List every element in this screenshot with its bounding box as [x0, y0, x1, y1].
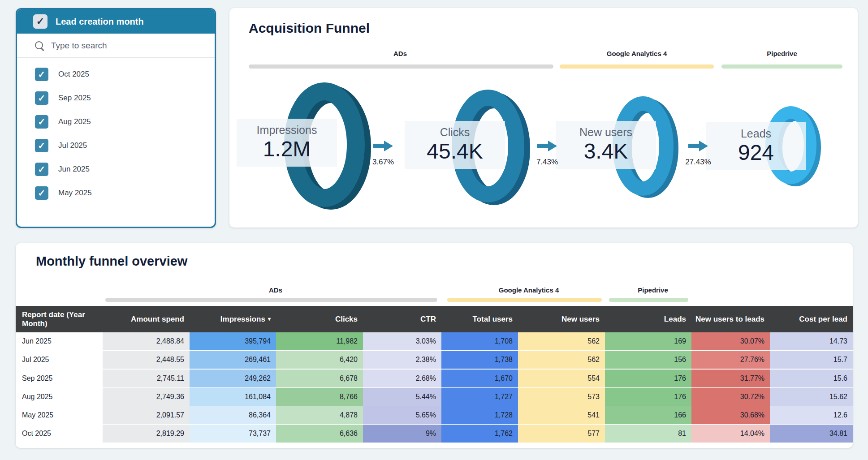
cell-new-users-to-leads: 30.07%	[691, 332, 770, 350]
search-icon	[35, 41, 44, 50]
filter-option-label: May 2025	[58, 189, 92, 198]
cell-ctr: 3.03%	[363, 332, 441, 350]
cell-impressions: 395,794	[190, 332, 276, 350]
cell-amount-spend: 2,091.57	[103, 406, 190, 424]
filter-header[interactable]: ✓ Lead creation month	[17, 9, 215, 34]
cell-cost-per-lead: 12.6	[770, 406, 853, 424]
cell-clicks: 11,982	[276, 332, 363, 350]
source-bar-ga4	[447, 298, 602, 302]
checkbox-checked[interactable]: ✓	[35, 163, 48, 176]
filter-options-list: ✓ Oct 2025 ✓ Sep 2025 ✓ Aug 2025 ✓ Jul 2…	[17, 58, 215, 205]
column-header-leads[interactable]: Leads	[605, 306, 691, 332]
cell-ctr: 2.38%	[363, 351, 441, 369]
cell-cost-per-lead: 14.73	[770, 332, 853, 350]
cell-new-users-to-leads: 30.68%	[691, 406, 770, 424]
cell-total-users: 1,708	[441, 332, 518, 350]
source-label-ga4: Google Analytics 4	[587, 50, 686, 57]
cell-total-users: 1,670	[441, 370, 518, 387]
filter-option-label: Aug 2025	[58, 117, 91, 126]
column-header-report-date[interactable]: Report date (Year Month)	[16, 306, 103, 332]
stage-name: Leads	[706, 127, 806, 140]
cell-report-date: Sep 2025	[16, 370, 103, 387]
cell-new-users-to-leads: 14.04%	[691, 425, 770, 443]
source-bar-ads	[249, 64, 553, 69]
cell-amount-spend: 2,749.36	[103, 388, 190, 406]
cell-leads: 166	[605, 406, 691, 424]
check-icon: ✓	[38, 116, 46, 127]
acquisition-funnel-card: Acquisition Funnel ADs Google Analytics …	[229, 8, 858, 228]
cell-amount-spend: 2,448.55	[103, 351, 190, 369]
cell-ctr: 5.65%	[363, 406, 441, 424]
table-row: Jul 2025 2,448.55 269,461 6,420 2.38% 1,…	[16, 351, 853, 369]
filter-option-aug-2025[interactable]: ✓ Aug 2025	[17, 110, 215, 133]
cell-new-users: 577	[518, 425, 605, 443]
cell-leads: 169	[605, 332, 691, 350]
column-header-clicks[interactable]: Clicks	[276, 306, 363, 332]
cell-leads: 176	[605, 388, 691, 406]
filter-search-row	[17, 34, 215, 58]
checkbox-checked[interactable]: ✓	[35, 68, 48, 81]
source-label-ads: ADs	[351, 50, 449, 57]
checkbox-checked[interactable]: ✓	[35, 139, 48, 152]
source-label-ads: ADs	[226, 286, 325, 294]
source-label-pipedrive: Pipedrive	[733, 50, 831, 57]
stage-value: 1.2M	[237, 137, 337, 161]
cell-impressions: 86,364	[190, 406, 276, 424]
table-row: Oct 2025 2,819.29 73,737 6,636 9% 1,762 …	[16, 425, 853, 443]
column-header-total-users[interactable]: Total users	[441, 306, 518, 332]
checkbox-checked[interactable]: ✓	[35, 115, 48, 129]
conversion-clicks-to-new-users: 7.43%	[527, 141, 567, 167]
checkbox-checked[interactable]: ✓	[35, 91, 48, 105]
table-row: Sep 2025 2,745.11 249,262 6,678 2.68% 1,…	[16, 370, 853, 387]
conversion-rate: 3.67%	[372, 158, 394, 167]
filter-option-jun-2025[interactable]: ✓ Jun 2025	[17, 157, 215, 181]
cell-clicks: 6,678	[276, 370, 363, 387]
cell-new-users: 562	[518, 351, 605, 369]
right-arrow-icon	[373, 141, 393, 151]
cell-report-date: Jun 2025	[16, 332, 103, 350]
cell-impressions: 73,737	[190, 425, 276, 443]
source-bar-pipedrive	[609, 298, 688, 302]
filter-option-sep-2025[interactable]: ✓ Sep 2025	[17, 86, 215, 110]
cell-new-users-to-leads: 27.76%	[691, 351, 770, 369]
cell-amount-spend: 2,745.11	[103, 370, 190, 387]
filter-option-jul-2025[interactable]: ✓ Jul 2025	[17, 133, 215, 157]
column-header-cost-per-lead[interactable]: Cost per lead	[770, 306, 853, 332]
conversion-rate: 27.43%	[685, 158, 711, 167]
stage-value: 3.4K	[556, 139, 656, 163]
right-arrow-icon	[688, 141, 708, 151]
stage-impressions: Impressions 1.2M	[237, 119, 337, 167]
filter-option-may-2025[interactable]: ✓ May 2025	[17, 181, 215, 205]
table-title: Monthly funnel overview	[36, 254, 187, 269]
filter-option-oct-2025[interactable]: ✓ Oct 2025	[17, 62, 215, 86]
funnel-title: Acquisition Funnel	[249, 21, 370, 36]
cell-new-users: 554	[518, 370, 605, 387]
dashboard-page: ✓ Lead creation month ✓ Oct 2025 ✓ Sep 2…	[0, 0, 868, 460]
column-header-amount-spend[interactable]: Amount spend	[103, 306, 190, 332]
cell-cost-per-lead: 34.81	[770, 425, 853, 443]
stage-value: 924	[706, 140, 806, 165]
cell-leads: 156	[605, 351, 691, 369]
source-label-ga4: Google Analytics 4	[479, 286, 578, 294]
source-bar-ga4	[560, 64, 714, 69]
column-header-impressions[interactable]: Impressions▾	[190, 306, 276, 332]
stage-name: Impressions	[237, 123, 337, 137]
cell-report-date: May 2025	[16, 406, 103, 424]
cell-cost-per-lead: 15.7	[770, 351, 853, 369]
stage-name: New users	[556, 125, 656, 139]
check-icon: ✓	[38, 93, 46, 103]
column-header-new-users[interactable]: New users	[518, 306, 605, 332]
cell-new-users: 541	[518, 406, 605, 424]
search-input[interactable]	[51, 41, 186, 51]
table-row: May 2025 2,091.57 86,364 4,878 5.65% 1,7…	[16, 406, 853, 424]
cell-cost-per-lead: 15.6	[770, 370, 853, 387]
column-header-new-users-to-leads[interactable]: New users to leads	[691, 306, 770, 332]
table-row: Aug 2025 2,749.36 161,084 8,766 5.44% 1,…	[16, 388, 853, 406]
cell-new-users: 562	[518, 332, 605, 350]
select-all-checkbox[interactable]: ✓	[33, 14, 48, 29]
filter-option-label: Oct 2025	[58, 70, 89, 79]
table-header-row: Report date (Year Month) Amount spend Im…	[16, 306, 853, 332]
column-header-ctr[interactable]: CTR	[363, 306, 441, 332]
checkbox-checked[interactable]: ✓	[35, 186, 48, 200]
cell-amount-spend: 2,488.84	[103, 332, 190, 350]
